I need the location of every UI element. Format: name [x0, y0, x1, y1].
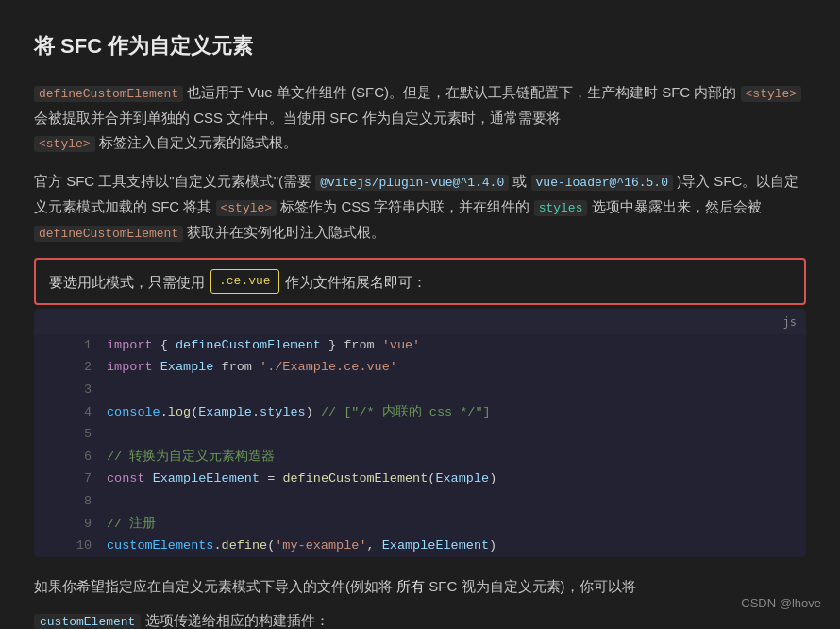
line-code: const ExampleElement = defineCustomEleme… [107, 468, 806, 490]
code-token: ExampleElement [153, 471, 260, 485]
code-style-3: <style> [216, 200, 277, 216]
table-row: 7const ExampleElement = defineCustomElem… [34, 468, 806, 490]
code-token: Example [435, 471, 489, 485]
footer-text: CSDN @lhove [741, 596, 821, 610]
code-token [153, 360, 160, 374]
p1-text2: 会被提取并合并到单独的 CSS 文件中。当使用 SFC 作为自定义元素时，通常需… [34, 110, 561, 126]
code-token: define [222, 538, 268, 552]
code-token: 'vue' [375, 338, 421, 352]
code-token: const [107, 471, 145, 485]
p1-text1: 也适用于 Vue 单文件组件 (SFC)。但是，在默认工具链配置下，生产构建时 … [187, 84, 740, 100]
paragraph-2: 官方 SFC 工具支持以"自定义元素模式"(需要 @vitejs/plugin-… [34, 169, 806, 245]
p2-text2: 或 [512, 173, 530, 189]
bottom-em-text: 所有 [396, 578, 425, 594]
code-pkg1: @vitejs/plugin-vue@^1.4.0 [315, 175, 509, 191]
line-code [107, 423, 806, 446]
line-code: console.log(Example.styles) // ["/* 内联的 … [107, 401, 806, 424]
line-number: 6 [34, 446, 107, 468]
code-token: , [366, 538, 381, 552]
code-token: = [260, 471, 282, 485]
paragraph-1: defineCustomElement 也适用于 Vue 单文件组件 (SFC)… [34, 80, 806, 156]
line-code: import Example from './Example.ce.vue' [107, 356, 806, 379]
code-token: ) [489, 471, 496, 485]
highlight-instruction-box: 要选用此模式，只需使用 .ce.vue 作为文件拓展名即可： [34, 258, 806, 305]
table-row: 2import Example from './Example.ce.vue' [34, 356, 806, 379]
code-token: { [153, 338, 176, 352]
code-token: . [160, 405, 168, 419]
code-token: from [213, 360, 252, 374]
code-token: Example [198, 405, 252, 419]
line-number: 10 [34, 535, 107, 557]
code-token: . [252, 405, 260, 419]
table-row: 4console.log(Example.styles) // ["/* 内联的… [34, 401, 806, 424]
line-number: 9 [34, 513, 107, 536]
code-token: // 注册 [107, 517, 156, 531]
code-token: import [107, 360, 153, 374]
line-code [107, 490, 806, 513]
lang-badge: js [783, 313, 797, 332]
code-token: // 转换为自定义元素构造器 [107, 450, 275, 464]
code-block-header: js [34, 309, 806, 333]
page-title: 将 SFC 作为自定义元素 [34, 28, 806, 63]
code-token: ExampleElement [382, 538, 489, 552]
p2-text5: 选项中暴露出来，然后会被 [592, 198, 762, 214]
table-row: 9// 注册 [34, 513, 806, 536]
code-token: Example [160, 360, 214, 374]
table-row: 6// 转换为自定义元素构造器 [34, 446, 806, 468]
code-token: // ["/* 内联的 css */"] [313, 405, 491, 419]
code-token: ) [489, 538, 496, 552]
line-code: import { defineCustomElement } from 'vue… [107, 334, 806, 357]
code-token: log [168, 405, 191, 419]
code-token: import [107, 338, 153, 352]
code-token: ) [306, 405, 313, 419]
bottom-text-end: 选项传递给相应的构建插件： [145, 612, 329, 628]
line-code [107, 379, 806, 401]
bottom-text-before-em: 如果你希望指定应在自定义元素模式下导入的文件(例如将 [34, 578, 393, 594]
bottom-text-after-em: SFC 视为自定义元素)，你可以将 [428, 578, 635, 594]
highlight-text-after: 作为文件拓展名即可： [285, 270, 427, 295]
code-table: 1import { defineCustomElement } from 'vu… [34, 334, 806, 557]
code-token: './Example.ce.vue' [252, 360, 397, 374]
bottom-paragraph-2: customElement 选项传递给相应的构建插件： [34, 608, 806, 629]
line-number: 4 [34, 401, 107, 424]
p2-text4: 标签作为 CSS 字符串内联，并在组件的 [280, 198, 533, 214]
code-style-2: <style> [34, 136, 95, 152]
code-token: console [107, 405, 160, 419]
line-number: 3 [34, 379, 107, 401]
line-number: 8 [34, 490, 107, 513]
p1-text3: 标签注入自定义元素的隐式根。 [99, 134, 297, 150]
code-defineCustomElement-2: defineCustomElement [34, 226, 183, 242]
code-style-1: <style> [741, 86, 802, 102]
line-number: 7 [34, 468, 107, 490]
code-block-main: js 1import { defineCustomElement } from … [34, 309, 806, 556]
code-token: styles [260, 405, 306, 419]
table-row: 8 [34, 490, 806, 513]
code-token: 'my-example' [275, 538, 366, 552]
highlight-text-before: 要选用此模式，只需使用 [49, 270, 205, 295]
code-pkg2: vue-loader@^16.5.0 [531, 175, 673, 191]
p2-text6: 获取并在实例化时注入隐式根。 [187, 224, 385, 240]
code-token: defineCustomElement [282, 471, 428, 485]
csdn-footer: CSDN @lhove [741, 593, 821, 614]
bottom-paragraph: 如果你希望指定应在自定义元素模式下导入的文件(例如将 所有 SFC 视为自定义元… [34, 574, 806, 599]
ce-vue-badge: .ce.vue [210, 269, 279, 294]
code-token: from [344, 338, 374, 352]
table-row: 1import { defineCustomElement } from 'vu… [34, 334, 806, 357]
line-number: 2 [34, 356, 107, 379]
table-row: 10customElements.define('my-example', Ex… [34, 535, 806, 557]
table-row: 3 [34, 379, 806, 401]
code-token: customElements [107, 538, 213, 552]
code-token: } [321, 338, 344, 352]
code-defineCustomElement-1: defineCustomElement [34, 86, 183, 102]
code-token: . [213, 538, 221, 552]
code-token [145, 471, 153, 485]
p2-text1: 官方 SFC 工具支持以"自定义元素模式"(需要 [34, 173, 315, 189]
code-token: defineCustomElement [176, 338, 321, 352]
line-number: 5 [34, 423, 107, 446]
line-number: 1 [34, 334, 107, 357]
table-row: 5 [34, 423, 806, 446]
line-code: customElements.define('my-example', Exam… [107, 535, 806, 557]
line-code: // 注册 [107, 513, 806, 536]
code-styles-prop: styles [534, 200, 588, 216]
code-customElement: customElement [34, 614, 141, 629]
